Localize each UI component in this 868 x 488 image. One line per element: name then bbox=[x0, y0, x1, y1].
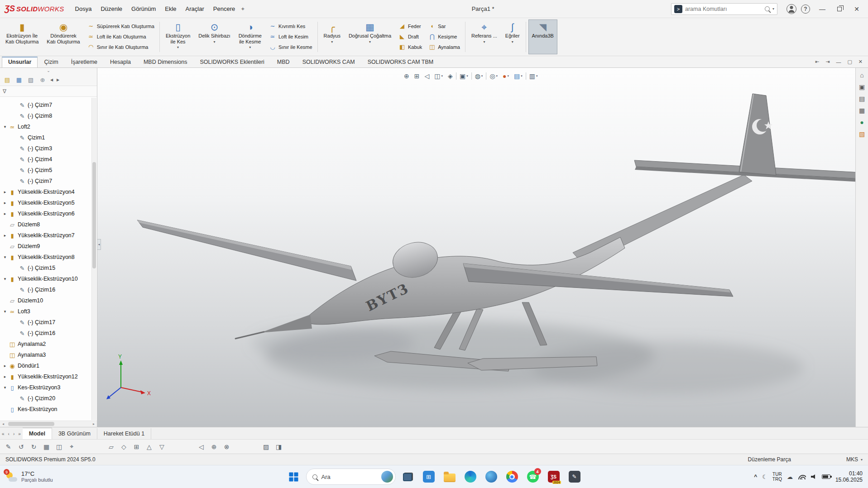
doc-minimize-icon[interactable]: — bbox=[836, 59, 841, 65]
tree-item[interactable]: ▸▮Yükseklik-Ekstrüzyon4 bbox=[0, 187, 91, 197]
doc-close-icon[interactable]: ✕ bbox=[858, 59, 863, 65]
doc-restore-icon[interactable]: ▢ bbox=[847, 59, 852, 65]
tab-cizim[interactable]: Çizim bbox=[38, 57, 64, 67]
expander-icon[interactable]: ▸ bbox=[2, 233, 8, 238]
tree-item[interactable]: ◫Aynalama2 bbox=[0, 339, 91, 349]
bottom-toolbar-icon[interactable]: ⌖ bbox=[67, 443, 77, 450]
loft-boss-button[interactable]: ≃Loft ile Katı Oluşturma bbox=[85, 32, 157, 41]
language-switcher[interactable]: TUR TRQ bbox=[772, 472, 782, 482]
menu-dosya[interactable]: Dosya bbox=[71, 3, 96, 14]
appearances-icon[interactable]: ● bbox=[860, 119, 863, 126]
tree-item[interactable]: ▯Kes-Ekstrüzyon bbox=[0, 404, 91, 415]
bottom-toolbar-icon[interactable]: ↺ bbox=[16, 443, 26, 450]
search-caret-icon[interactable]: ▾ bbox=[772, 7, 774, 11]
bottom-toolbar-icon[interactable]: ✎ bbox=[4, 443, 13, 450]
tab-isaretleme[interactable]: İşaretleme bbox=[65, 57, 104, 67]
edit-appearance-icon[interactable]: ●▾ bbox=[501, 72, 511, 81]
swept-boss-button[interactable]: ∼Süpürerek Katı Oluşturma bbox=[85, 22, 157, 30]
panel-next-icon[interactable]: ▶ bbox=[55, 78, 61, 82]
bottom-toolbar-icon[interactable]: ▦ bbox=[42, 443, 51, 450]
tree-item[interactable]: ✎(-) Çizim7 bbox=[0, 100, 91, 110]
revolved-cut-button[interactable]: ◑ Döndürme ile Kesme ▾ bbox=[235, 19, 265, 54]
configuration-manager-tab-icon[interactable]: ▧ bbox=[25, 75, 36, 85]
doctab-model[interactable]: Model bbox=[23, 428, 52, 439]
wrap-button[interactable]: ◖Sar bbox=[426, 22, 463, 30]
hole-wizard-button[interactable]: ⊙ Delik Sihirbazı ▾ bbox=[195, 19, 234, 54]
loft-cut-button[interactable]: ≃Loft ile Kesim bbox=[266, 32, 315, 41]
draft-button[interactable]: ◣Draft bbox=[396, 32, 425, 41]
tree-item[interactable]: ✎(-) Çizim17 bbox=[0, 317, 91, 328]
start-button[interactable] bbox=[285, 467, 302, 486]
file-explorer-icon[interactable]: ▤ bbox=[859, 95, 865, 102]
whatsapp-button[interactable]: ☎4 bbox=[524, 467, 542, 486]
rib-button[interactable]: ◢Feder bbox=[396, 22, 425, 30]
doc-prev-icon[interactable]: ⇤ bbox=[815, 59, 819, 65]
extruded-boss-button[interactable]: ▮ Ekstrüzyon İle Katı Oluşturma bbox=[2, 19, 42, 54]
store-button[interactable]: ⊞ bbox=[420, 467, 437, 486]
menu-araclar[interactable]: Araçlar bbox=[181, 3, 209, 14]
view-settings-icon[interactable]: ▥▾ bbox=[528, 72, 540, 81]
tree-item[interactable]: ✎(-) Çizim8 bbox=[0, 110, 91, 121]
tree-item[interactable]: ◫Aynalama3 bbox=[0, 349, 91, 360]
section-view-icon[interactable]: ◫▾ bbox=[432, 72, 445, 81]
instant3d-button[interactable]: ◥ Anında3B bbox=[528, 19, 557, 54]
bottom-toolbar-icon[interactable]: ◫ bbox=[54, 443, 64, 450]
cloud-icon[interactable]: ☁ bbox=[787, 474, 793, 480]
bottom-toolbar-icon[interactable]: ⊕ bbox=[209, 443, 219, 450]
bottom-toolbar-icon[interactable]: △ bbox=[144, 443, 154, 450]
tree-item[interactable]: ✎Çizim1 bbox=[0, 132, 91, 143]
tab-hesapla[interactable]: Hesapla bbox=[104, 57, 137, 67]
panel-collapse-chevron-icon[interactable]: ⌄ bbox=[0, 68, 97, 74]
tree-item[interactable]: ✎(-) Çizim5 bbox=[0, 165, 91, 176]
boundary-boss-button[interactable]: ◠Sınır ile Katı Oluşturma bbox=[85, 43, 157, 51]
expander-icon[interactable]: ▾ bbox=[2, 255, 8, 259]
tree-item[interactable]: ▸▮Yükseklik-Ekstrüzyon12 bbox=[0, 371, 91, 382]
weather-widget[interactable]: 9 17°C Parçalı bulutlu bbox=[5, 470, 53, 483]
expander-icon[interactable]: ▾ bbox=[2, 309, 8, 314]
tree-item[interactable]: ✎(-) Çizim20 bbox=[0, 393, 91, 404]
hide-show-items-icon[interactable]: ◎▾ bbox=[488, 72, 499, 81]
doc-next-icon[interactable]: ⇥ bbox=[825, 59, 830, 65]
tab-unsurlar[interactable]: Unsurlar bbox=[2, 57, 38, 67]
boundary-cut-button[interactable]: ◡Sınır ile Kesme bbox=[266, 43, 315, 51]
tree-filter-row[interactable]: ∇ bbox=[0, 86, 97, 97]
window-minimize-icon[interactable]: — bbox=[814, 1, 831, 17]
design-library-icon[interactable]: ▣ bbox=[859, 83, 865, 91]
annotation-views-icon[interactable]: ◈ bbox=[446, 72, 455, 81]
mirror-button[interactable]: ◫Aynalama bbox=[426, 43, 463, 51]
tab-solidworks-cam-tbm[interactable]: SOLIDWORKS CAM TBM bbox=[361, 57, 440, 67]
tree-item[interactable]: ▾≃Loft3 bbox=[0, 306, 91, 317]
doctab-scroll-next-icon[interactable]: › bbox=[11, 431, 16, 439]
previous-view-icon[interactable]: ◁ bbox=[423, 72, 432, 81]
user-avatar-icon[interactable] bbox=[786, 4, 796, 14]
pin-menu-icon[interactable]: ✦ bbox=[240, 6, 245, 12]
dropdown-caret-icon[interactable]: ▾ bbox=[331, 40, 333, 44]
tab-mbd-dimensions[interactable]: MBD Dimensions bbox=[137, 57, 194, 67]
search-icon[interactable] bbox=[765, 6, 770, 11]
tree-item[interactable]: ▸▮Yükseklik-Ekstrüzyon7 bbox=[0, 230, 91, 241]
tree-item[interactable]: ▱Düzlem8 bbox=[0, 219, 91, 230]
revolved-boss-button[interactable]: ◉ Döndürerek Katı Oluşturma bbox=[43, 19, 83, 54]
scrollbar-thumb[interactable] bbox=[8, 422, 54, 426]
help-icon[interactable]: ? bbox=[801, 5, 810, 14]
doctab-hareket-etudu[interactable]: Hareket Etüdü 1 bbox=[97, 428, 151, 439]
expander-icon[interactable]: ▾ bbox=[2, 385, 8, 390]
scroll-left-icon[interactable]: ◂ bbox=[0, 422, 6, 426]
menu-pencere[interactable]: Pencere bbox=[209, 3, 240, 14]
view-orientation-icon[interactable]: ▣▾ bbox=[458, 72, 470, 81]
dropdown-caret-icon[interactable]: ▾ bbox=[177, 45, 179, 49]
tree-item[interactable]: ▾▮Yükseklik-Ekstrüzyon8 bbox=[0, 252, 91, 263]
dropdown-caret-icon[interactable]: ▾ bbox=[512, 40, 513, 44]
scrollbar-thumb[interactable] bbox=[92, 162, 96, 268]
focus-assist-icon[interactable]: ☾ bbox=[762, 474, 767, 480]
intersect-button[interactable]: ⋂Kesişme bbox=[426, 32, 463, 41]
task-view-button[interactable] bbox=[399, 467, 417, 486]
tab-solidworks-eklentileri[interactable]: SOLIDWORKS Eklentileri bbox=[193, 57, 270, 67]
units-selector[interactable]: MKS bbox=[846, 456, 858, 463]
doctab-scroll-first-icon[interactable]: « bbox=[0, 431, 6, 439]
display-style-icon[interactable]: ◍▾ bbox=[473, 72, 485, 81]
dropdown-caret-icon[interactable]: ▾ bbox=[369, 40, 371, 44]
window-close-icon[interactable]: ✕ bbox=[848, 1, 865, 17]
pen-input-button[interactable]: ✎ bbox=[566, 467, 583, 486]
bottom-toolbar-icon[interactable]: ↻ bbox=[29, 443, 38, 450]
